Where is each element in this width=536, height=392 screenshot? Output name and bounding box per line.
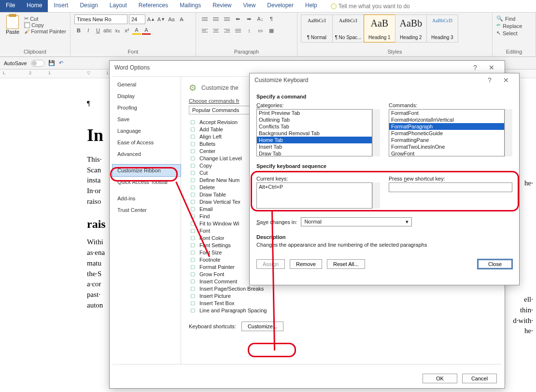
find-button[interactable]: 🔍Find: [496, 15, 532, 22]
kb-command-formatparagraph[interactable]: FormatParagraph: [389, 123, 504, 130]
categories-listbox[interactable]: Print Preview TabOutlining TabConflicts …: [256, 109, 372, 156]
align-left-button[interactable]: [200, 26, 210, 35]
close-icon[interactable]: ✕: [483, 64, 500, 71]
cut-button[interactable]: ✂Cut: [24, 15, 66, 22]
options-nav-proofing[interactable]: Proofing: [113, 102, 181, 113]
tab-home[interactable]: Home: [21, 0, 48, 12]
word-options-titlebar[interactable]: Word Options ? ✕: [110, 61, 505, 74]
multilevel-button[interactable]: [222, 14, 232, 23]
category-print-preview-tab[interactable]: Print Preview Tab: [257, 110, 372, 116]
command-line-and-paragraph-spacing[interactable]: ▢Line and Paragraph Spacing: [189, 307, 494, 314]
bullets-button[interactable]: [200, 14, 210, 23]
format-painter-button[interactable]: 🖌Format Painter: [24, 28, 66, 34]
copy-button[interactable]: Copy: [24, 22, 66, 28]
autosave-toggle[interactable]: [31, 60, 44, 67]
strike-button[interactable]: abc: [103, 26, 112, 35]
highlight-button[interactable]: A: [132, 26, 141, 35]
increase-indent-button[interactable]: ➡: [244, 14, 254, 23]
options-nav-language[interactable]: Language: [113, 125, 181, 137]
options-nav-display[interactable]: Display: [113, 90, 181, 102]
justify-button[interactable]: [233, 26, 243, 35]
options-nav-advanced[interactable]: Advanced: [113, 148, 181, 160]
close-button[interactable]: Close: [478, 259, 512, 269]
cancel-button[interactable]: Cancel: [462, 374, 497, 383]
borders-button[interactable]: ▦: [267, 26, 276, 35]
line-spacing-button[interactable]: ↕: [244, 26, 254, 35]
help-button[interactable]: ?: [467, 64, 483, 71]
paste-button[interactable]: Paste: [4, 14, 21, 48]
category-home-tab[interactable]: Home Tab: [257, 137, 372, 143]
assign-button[interactable]: Assign: [256, 259, 285, 269]
tab-mailings[interactable]: Mailings: [174, 0, 207, 12]
options-nav-add-ins[interactable]: Add-ins: [113, 193, 181, 204]
new-shortcut-input[interactable]: [389, 182, 512, 192]
reset-all-button[interactable]: Reset All...: [327, 259, 365, 269]
scrollbar[interactable]: [505, 109, 512, 156]
tab-insert[interactable]: Insert: [48, 0, 74, 12]
options-nav-general[interactable]: General: [113, 79, 181, 90]
ok-button[interactable]: OK: [423, 374, 457, 383]
remove-button[interactable]: Remove: [290, 259, 322, 269]
kb-command-growfont[interactable]: GrowFont: [389, 150, 504, 156]
tab-file[interactable]: File: [0, 0, 21, 12]
shrink-font-button[interactable]: A▼: [157, 15, 166, 24]
save-changes-combo[interactable]: Normal▾: [301, 217, 412, 226]
replace-button[interactable]: ᵃᵇReplace: [496, 23, 532, 29]
subscript-button[interactable]: x₂: [113, 26, 122, 35]
customize-keyboard-titlebar[interactable]: Customize Keyboard ? ✕: [250, 73, 519, 87]
kb-command-formattingpane[interactable]: FormattingPane: [389, 137, 504, 143]
category-conflicts-tab[interactable]: Conflicts Tab: [257, 123, 372, 130]
bold-button[interactable]: B: [74, 26, 83, 35]
superscript-button[interactable]: x²: [123, 26, 131, 35]
commands-listbox[interactable]: FormatFontFormatHorizontalInVerticalForm…: [389, 109, 505, 156]
show-marks-button[interactable]: ¶: [267, 14, 276, 23]
customize-keyboard-button[interactable]: Customize...: [241, 322, 283, 331]
category-outlining-tab[interactable]: Outlining Tab: [257, 116, 372, 123]
underline-button[interactable]: U: [94, 26, 102, 35]
sort-button[interactable]: A↓: [255, 14, 265, 23]
options-nav-ease-of-access[interactable]: Ease of Access: [113, 137, 181, 148]
kb-command-formatphoneticguide[interactable]: FormatPhoneticGuide: [389, 130, 504, 137]
scrollbar[interactable]: [372, 182, 380, 209]
options-nav-save[interactable]: Save: [113, 113, 181, 125]
grow-font-button[interactable]: A▲: [147, 15, 155, 24]
style-heading-1[interactable]: AaBHeading 1: [364, 14, 395, 42]
select-button[interactable]: ↖Select: [496, 30, 532, 36]
italic-button[interactable]: I: [84, 26, 93, 35]
category-background-removal-tab[interactable]: Background Removal Tab: [257, 130, 372, 137]
style-heading-2[interactable]: AaBbHeading 2: [395, 14, 427, 42]
options-nav-trust-center[interactable]: Trust Center: [113, 204, 181, 216]
tab-developer[interactable]: Developer: [261, 0, 299, 12]
decrease-indent-button[interactable]: ⬅: [233, 14, 243, 23]
style---no-spac---[interactable]: AaBbCcI¶ No Spac...: [332, 14, 364, 42]
tell-me-search[interactable]: Tell me what you want to do: [325, 0, 416, 12]
command-insert-page-section-breaks[interactable]: ▢Insert Page/Section Breaks: [189, 285, 494, 292]
kb-help-button[interactable]: ?: [481, 76, 498, 84]
font-name-combo[interactable]: Times New Ro: [74, 14, 127, 24]
font-color-button[interactable]: A: [142, 26, 151, 35]
align-right-button[interactable]: [222, 26, 232, 35]
align-center-button[interactable]: [211, 26, 221, 35]
command-insert-picture[interactable]: ▢Insert Picture: [189, 292, 494, 299]
font-size-combo[interactable]: 24: [129, 14, 145, 24]
category-draw-tab[interactable]: Draw Tab: [257, 150, 372, 156]
command-insert-text-box[interactable]: ▢Insert Text Box: [189, 299, 494, 307]
scrollbar[interactable]: [372, 109, 380, 156]
current-keys-box[interactable]: Alt+Ctrl+P: [256, 182, 372, 209]
style---normal[interactable]: AaBbCcI¶ Normal: [301, 14, 333, 42]
change-case-button[interactable]: Aa: [167, 15, 176, 24]
numbering-button[interactable]: [211, 14, 221, 23]
tab-help[interactable]: Help: [299, 0, 323, 12]
tab-references[interactable]: References: [133, 0, 174, 12]
kb-command-formatfont[interactable]: FormatFont: [389, 110, 504, 116]
tab-view[interactable]: View: [238, 0, 262, 12]
undo-icon[interactable]: ↶: [59, 60, 63, 66]
kb-close-icon[interactable]: ✕: [498, 76, 514, 84]
tab-layout[interactable]: Layout: [104, 0, 133, 12]
options-nav-quick-access-toolbar[interactable]: Quick Access Toolbar: [113, 176, 181, 188]
category-insert-tab[interactable]: Insert Tab: [257, 143, 372, 150]
style-heading-3[interactable]: AaBbCcDHeading 3: [426, 14, 458, 42]
save-icon[interactable]: 💾: [48, 60, 55, 66]
options-nav-customize-ribbon[interactable]: Customize Ribbon: [113, 165, 181, 176]
tab-design[interactable]: Design: [74, 0, 103, 12]
